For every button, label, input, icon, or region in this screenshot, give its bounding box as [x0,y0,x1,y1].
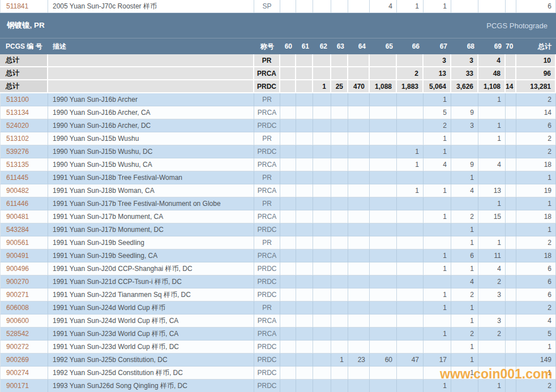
grade-67-value-cell: 3 [424,54,451,67]
grade-66-value-cell [397,288,424,301]
grade-60-value-cell [280,80,296,93]
grade-67-value-cell: 1 [424,301,451,315]
col-header-grade-68: 68 [451,38,478,54]
column-header-row: PCGS 编 号 描述 称号 60 61 62 63 64 65 66 67 6… [0,38,556,54]
grade-64-value-cell [348,132,370,145]
pcgs-number-link[interactable]: 900274 [6,369,29,377]
grade-70-value-cell [506,197,516,210]
grade-70-value-cell [506,275,516,288]
grade-69-value-cell: 1 [478,197,506,210]
grade-69-value-cell [478,301,506,315]
pcgs-number-link[interactable]: 528542 [6,330,29,338]
grade-62-value-cell [313,132,331,145]
grade-62-value-cell [313,210,331,223]
col-header-total: 总计 [516,38,556,54]
grade-69-value-cell: 11 [478,249,506,262]
pcgs-number-link[interactable]: 606008 [6,304,29,312]
pcgs-number-link[interactable]: 524020 [6,122,29,130]
grade-60-value-cell [280,106,296,119]
grade-60-value-cell [280,119,296,132]
grade-69-value-cell: 1 [478,132,506,145]
grade-60-value-cell [280,354,296,367]
pcgs-number-link[interactable]: 513135 [6,161,29,169]
pcgs-number-link[interactable]: 900271 [6,291,29,299]
pcgs-number-link[interactable]: 900491 [6,252,29,260]
pcgs-number-link[interactable]: 900272 [6,343,29,351]
grade-64-value-cell: 23 [348,354,370,367]
grade-65-value-cell [370,341,397,354]
grade-65-value-cell: 60 [370,354,397,367]
grade-63-value-cell [331,288,348,301]
pcgs-number-link[interactable]: 511841 [6,2,28,10]
description-cell [48,80,254,93]
grade-65-value-cell: 4 [370,0,397,13]
total-value-cell: 2 [516,380,556,392]
grade-65-value-cell [370,158,397,171]
grade-65-value-cell [370,223,397,236]
pcgs-number-link[interactable]: 900600 [6,317,29,325]
pcgs-number-link[interactable]: 900270 [6,278,29,286]
grade-64-value-cell [348,288,370,301]
grade-63-value-cell: 25 [331,80,348,93]
coin-row: 9002691992 Yuan Sun-J25b Constitution, D… [0,354,556,367]
grade-68-value-cell: 6 [451,249,478,262]
pcgs-number-link[interactable]: 513100 [6,96,29,104]
section-body: 钢镀镍, PR PCGS Photograde PCGS 编 号 描述 称号 6… [0,13,556,54]
grade-63-value-cell [331,315,348,328]
grade-63-value-cell [331,145,348,158]
description-cell: 1991 Yuan Sun-J23d World Cup 样币, CA [48,328,254,341]
pcgs-number-link[interactable]: 611446 [6,200,28,208]
grade-69-value-cell [478,171,506,184]
grade-60-value-cell [280,145,296,158]
grade-64-value-cell [348,171,370,184]
grade-69-value-cell: 13 [478,184,506,197]
grade-63-value-cell [331,249,348,262]
grade-60-value-cell [280,54,296,67]
section-header-row: 钢镀镍, PR PCGS Photograde [0,13,556,38]
grade-63-value-cell [331,367,348,380]
grade-64-value-cell [348,119,370,132]
pcgs-number-cell: 513100 [0,93,48,106]
coin-row: 5131351990 Yuan Sun-J15b Wushu, CAPRCA14… [0,158,556,171]
designation-cell: PR [254,132,280,145]
description-cell: 1990 Yuan Sun-J15b Wushu [48,132,254,145]
designation-cell: PR [254,93,280,106]
grade-61-value-cell [296,158,313,171]
grade-70-value-cell [506,367,516,380]
grade-70-value-cell [506,328,516,341]
pcgs-number-link[interactable]: 513102 [6,135,29,143]
grade-66-value-cell [397,171,424,184]
coin-row: 9004961991 Yuan Sun-J20d CCP-Shanghai 样币… [0,262,556,275]
pcgs-number-link[interactable]: 900269 [6,356,29,364]
description-cell [48,54,254,67]
grade-63-value-cell [331,0,348,13]
grade-67-value-cell: 1 [424,288,451,301]
grade-62-value-cell [313,328,331,341]
grade-63-value-cell [331,223,348,236]
pcgs-number-link[interactable]: 900481 [6,213,29,221]
photograde-link[interactable]: PCGS Photograde [486,21,548,30]
grade-68-value-cell [451,132,478,145]
total-value-cell: 2 [516,236,556,249]
pcgs-number-link[interactable]: 900496 [6,265,29,273]
top-row-body: 5118412005 Yuan Sun-J70c Rooster 样币SP411… [0,0,556,13]
description-cell: 2005 Yuan Sun-J70c Rooster 样币 [48,0,254,13]
pcgs-number-link[interactable]: 539276 [6,148,29,156]
pcgs-number-link[interactable]: 900561 [6,239,29,247]
grade-64-value-cell [348,210,370,223]
grade-61-value-cell [296,223,313,236]
pcgs-number-link[interactable]: 900171 [6,382,29,390]
pcgs-number-link[interactable]: 611445 [6,174,28,182]
pcgs-number-link[interactable]: 900482 [6,187,29,195]
summary-row: 总计PR33410 [0,54,556,67]
grade-62-value-cell [313,184,331,197]
pcgs-number-link[interactable]: 543284 [6,226,29,234]
grade-62-value-cell [313,354,331,367]
coin-row: 9002721991 Yuan Sun-J23d World Cup 样币, D… [0,341,556,354]
grade-64-value-cell [348,275,370,288]
grade-70-value-cell [506,145,516,158]
grade-69-value-cell: 15 [478,210,506,223]
grade-61-value-cell [296,106,313,119]
grade-60-value-cell [280,341,296,354]
pcgs-number-link[interactable]: 513134 [6,109,29,117]
